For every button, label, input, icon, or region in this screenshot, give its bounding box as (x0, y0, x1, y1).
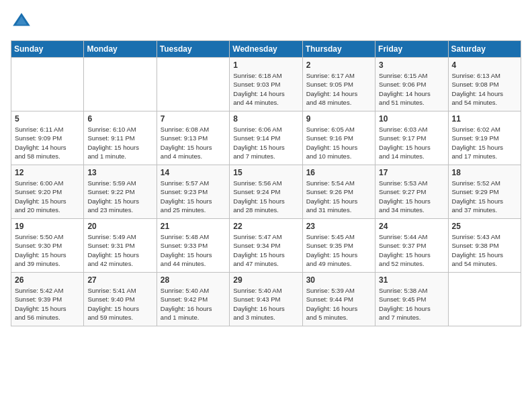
day-number: 3 (379, 60, 444, 70)
day-cell: 3Sunrise: 6:15 AM Sunset: 9:06 PM Daylig… (375, 58, 448, 111)
day-number: 26 (15, 275, 80, 285)
week-row-4: 19Sunrise: 5:50 AM Sunset: 9:30 PM Dayli… (11, 219, 521, 273)
day-number: 30 (306, 275, 371, 285)
day-info: Sunrise: 5:47 AM Sunset: 9:34 PM Dayligh… (233, 232, 298, 268)
day-cell: 27Sunrise: 5:41 AM Sunset: 9:40 PM Dayli… (84, 273, 157, 326)
day-number: 21 (161, 222, 226, 231)
day-info: Sunrise: 6:00 AM Sunset: 9:20 PM Dayligh… (15, 179, 80, 214)
day-cell: 19Sunrise: 5:50 AM Sunset: 9:30 PM Dayli… (11, 219, 84, 273)
day-number: 31 (379, 275, 444, 285)
day-cell: 6Sunrise: 6:10 AM Sunset: 9:11 PM Daylig… (84, 111, 157, 165)
header-row: SundayMondayTuesdayWednesdayThursdayFrid… (11, 41, 521, 58)
day-info: Sunrise: 5:56 AM Sunset: 9:24 PM Dayligh… (233, 179, 298, 214)
week-row-1: 1Sunrise: 6:18 AM Sunset: 9:03 PM Daylig… (11, 58, 521, 111)
logo-icon (11, 11, 32, 32)
day-number: 29 (233, 275, 298, 285)
day-cell: 25Sunrise: 5:43 AM Sunset: 9:38 PM Dayli… (448, 219, 521, 273)
header-tuesday: Tuesday (157, 41, 229, 58)
day-info: Sunrise: 6:05 AM Sunset: 9:16 PM Dayligh… (306, 125, 371, 161)
day-cell: 24Sunrise: 5:44 AM Sunset: 9:37 PM Dayli… (375, 219, 448, 273)
day-info: Sunrise: 5:49 AM Sunset: 9:31 PM Dayligh… (87, 232, 152, 268)
header-saturday: Saturday (448, 41, 521, 58)
day-info: Sunrise: 5:44 AM Sunset: 9:37 PM Dayligh… (379, 232, 444, 268)
day-info: Sunrise: 6:13 AM Sunset: 9:08 PM Dayligh… (452, 71, 517, 107)
day-number: 20 (87, 222, 152, 231)
day-cell: 16Sunrise: 5:54 AM Sunset: 9:26 PM Dayli… (302, 165, 375, 219)
day-number: 11 (452, 114, 517, 124)
day-cell: 31Sunrise: 5:38 AM Sunset: 9:45 PM Dayli… (375, 273, 448, 326)
day-cell: 8Sunrise: 6:06 AM Sunset: 9:14 PM Daylig… (230, 111, 302, 165)
day-info: Sunrise: 6:17 AM Sunset: 9:05 PM Dayligh… (306, 71, 371, 107)
day-number: 18 (452, 168, 517, 177)
day-info: Sunrise: 5:52 AM Sunset: 9:29 PM Dayligh… (452, 179, 517, 214)
day-cell: 14Sunrise: 5:57 AM Sunset: 9:23 PM Dayli… (157, 165, 229, 219)
day-cell (84, 58, 157, 111)
day-info: Sunrise: 5:40 AM Sunset: 9:42 PM Dayligh… (161, 286, 226, 322)
header-sunday: Sunday (11, 41, 84, 58)
day-cell: 12Sunrise: 6:00 AM Sunset: 9:20 PM Dayli… (11, 165, 84, 219)
day-info: Sunrise: 6:02 AM Sunset: 9:19 PM Dayligh… (452, 125, 517, 161)
logo (11, 11, 35, 32)
day-info: Sunrise: 6:15 AM Sunset: 9:06 PM Dayligh… (379, 71, 444, 107)
day-cell: 10Sunrise: 6:03 AM Sunset: 9:17 PM Dayli… (375, 111, 448, 165)
day-number: 2 (306, 60, 371, 70)
day-number: 15 (233, 168, 298, 177)
day-number: 7 (161, 114, 226, 124)
day-cell: 1Sunrise: 6:18 AM Sunset: 9:03 PM Daylig… (230, 58, 302, 111)
page-header (11, 11, 521, 32)
day-cell (448, 273, 521, 326)
day-cell: 18Sunrise: 5:52 AM Sunset: 9:29 PM Dayli… (448, 165, 521, 219)
day-number: 28 (161, 275, 226, 285)
day-info: Sunrise: 5:41 AM Sunset: 9:40 PM Dayligh… (87, 286, 152, 322)
day-info: Sunrise: 5:53 AM Sunset: 9:27 PM Dayligh… (379, 179, 444, 214)
day-cell: 15Sunrise: 5:56 AM Sunset: 9:24 PM Dayli… (230, 165, 302, 219)
day-info: Sunrise: 5:45 AM Sunset: 9:35 PM Dayligh… (306, 232, 371, 268)
day-info: Sunrise: 5:38 AM Sunset: 9:45 PM Dayligh… (379, 286, 444, 322)
day-number: 23 (306, 222, 371, 231)
header-monday: Monday (84, 41, 157, 58)
day-number: 16 (306, 168, 371, 177)
day-number: 19 (15, 222, 80, 231)
week-row-2: 5Sunrise: 6:11 AM Sunset: 9:09 PM Daylig… (11, 111, 521, 165)
day-cell: 20Sunrise: 5:49 AM Sunset: 9:31 PM Dayli… (84, 219, 157, 273)
day-number: 25 (452, 222, 517, 231)
day-info: Sunrise: 6:08 AM Sunset: 9:13 PM Dayligh… (161, 125, 226, 161)
day-number: 14 (161, 168, 226, 177)
day-number: 8 (233, 114, 298, 124)
day-number: 5 (15, 114, 80, 124)
day-cell: 2Sunrise: 6:17 AM Sunset: 9:05 PM Daylig… (302, 58, 375, 111)
day-number: 24 (379, 222, 444, 231)
week-row-5: 26Sunrise: 5:42 AM Sunset: 9:39 PM Dayli… (11, 273, 521, 326)
day-number: 10 (379, 114, 444, 124)
day-number: 22 (233, 222, 298, 231)
day-cell: 9Sunrise: 6:05 AM Sunset: 9:16 PM Daylig… (302, 111, 375, 165)
day-cell: 28Sunrise: 5:40 AM Sunset: 9:42 PM Dayli… (157, 273, 229, 326)
day-cell: 13Sunrise: 5:59 AM Sunset: 9:22 PM Dayli… (84, 165, 157, 219)
header-friday: Friday (375, 41, 448, 58)
day-info: Sunrise: 5:43 AM Sunset: 9:38 PM Dayligh… (452, 232, 517, 268)
day-cell: 5Sunrise: 6:11 AM Sunset: 9:09 PM Daylig… (11, 111, 84, 165)
day-info: Sunrise: 5:59 AM Sunset: 9:22 PM Dayligh… (87, 179, 152, 214)
day-number: 1 (233, 60, 298, 70)
day-cell: 29Sunrise: 5:40 AM Sunset: 9:43 PM Dayli… (230, 273, 302, 326)
calendar-table: SundayMondayTuesdayWednesdayThursdayFrid… (11, 40, 521, 326)
day-cell (11, 58, 84, 111)
day-number: 13 (87, 168, 152, 177)
day-info: Sunrise: 6:03 AM Sunset: 9:17 PM Dayligh… (379, 125, 444, 161)
header-wednesday: Wednesday (230, 41, 302, 58)
day-cell: 4Sunrise: 6:13 AM Sunset: 9:08 PM Daylig… (448, 58, 521, 111)
day-number: 9 (306, 114, 371, 124)
day-cell: 17Sunrise: 5:53 AM Sunset: 9:27 PM Dayli… (375, 165, 448, 219)
day-info: Sunrise: 6:10 AM Sunset: 9:11 PM Dayligh… (87, 125, 152, 161)
day-info: Sunrise: 5:39 AM Sunset: 9:44 PM Dayligh… (306, 286, 371, 322)
day-cell (157, 58, 229, 111)
week-row-3: 12Sunrise: 6:00 AM Sunset: 9:20 PM Dayli… (11, 165, 521, 219)
day-cell: 30Sunrise: 5:39 AM Sunset: 9:44 PM Dayli… (302, 273, 375, 326)
day-info: Sunrise: 6:11 AM Sunset: 9:09 PM Dayligh… (15, 125, 80, 161)
day-cell: 7Sunrise: 6:08 AM Sunset: 9:13 PM Daylig… (157, 111, 229, 165)
day-cell: 22Sunrise: 5:47 AM Sunset: 9:34 PM Dayli… (230, 219, 302, 273)
day-cell: 21Sunrise: 5:48 AM Sunset: 9:33 PM Dayli… (157, 219, 229, 273)
day-info: Sunrise: 5:48 AM Sunset: 9:33 PM Dayligh… (161, 232, 226, 268)
day-number: 6 (87, 114, 152, 124)
day-info: Sunrise: 5:50 AM Sunset: 9:30 PM Dayligh… (15, 232, 80, 268)
